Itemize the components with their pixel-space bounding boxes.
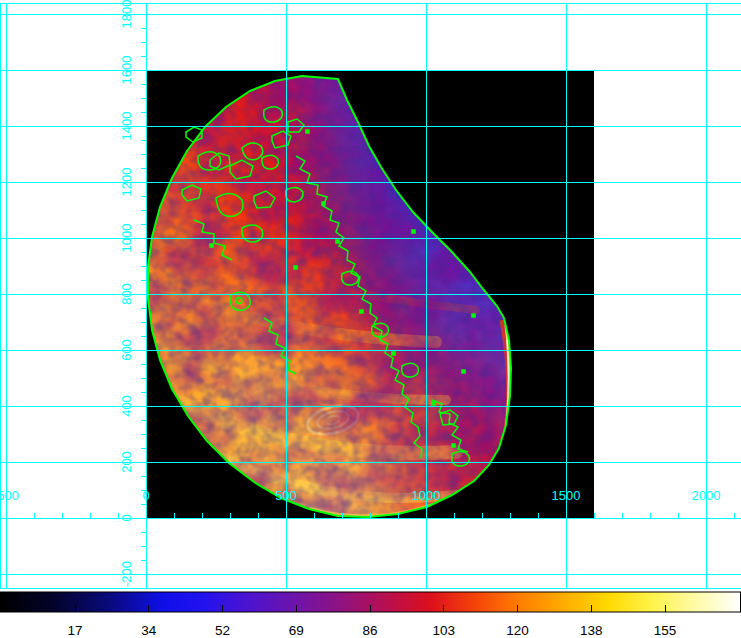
y-axis-tick-label: 200	[119, 451, 134, 473]
y-axis-tick-label: 400	[119, 395, 134, 417]
y-axis-tick-label: 1800	[119, 0, 134, 28]
image-display-canvas[interactable]: -5000500100015002000-2000200400600800100…	[0, 0, 741, 638]
y-axis-tick-label: 0	[119, 514, 134, 521]
colorbar-tick-label: 34	[141, 623, 157, 638]
colorbar-tick-label: 155	[654, 623, 677, 638]
colorbar-tick-label: 138	[580, 623, 603, 638]
y-axis-tick-label: 1200	[119, 168, 134, 197]
y-axis-tick-label: 1000	[119, 224, 134, 253]
colorbar-tick-label: 52	[215, 623, 230, 638]
x-axis-tick-label: 500	[275, 488, 297, 503]
x-axis-tick-label: -500	[0, 488, 19, 503]
colorbar-tick-label: 69	[289, 623, 304, 638]
colorbar-tick-label: 17	[67, 623, 82, 638]
colorbar-tick-label: 120	[506, 623, 529, 638]
colorbar-tick-label: 103	[432, 623, 455, 638]
y-axis-tick-label: 1400	[119, 112, 134, 141]
x-axis-tick-label: 1500	[552, 488, 581, 503]
x-axis-tick-label: 1000	[412, 488, 441, 503]
y-axis-tick-label: 1600	[119, 56, 134, 85]
y-axis-tick-label: -200	[119, 561, 134, 587]
x-axis-tick-label: 0	[142, 488, 149, 503]
image-viewer-window: -5000500100015002000-2000200400600800100…	[0, 0, 741, 638]
colorbar-tick-label: 86	[362, 623, 377, 638]
colorbar: 1734526986103120138155	[1, 592, 741, 638]
x-axis-tick-label: 2000	[692, 488, 721, 503]
y-axis-tick-label: 600	[119, 339, 134, 361]
y-axis-tick-label: 800	[119, 283, 134, 305]
